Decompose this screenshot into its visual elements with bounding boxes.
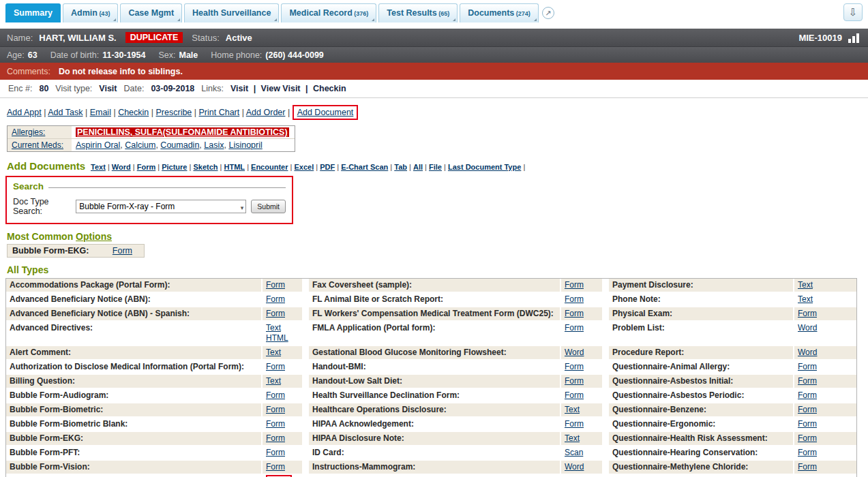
doc-type-link-form[interactable]: Form — [266, 405, 285, 415]
tab-documents[interactable]: Documents (274) — [460, 3, 539, 22]
tab-admin[interactable]: Admin (43) — [63, 3, 118, 22]
adddoc-link-encounter[interactable]: Encounter — [251, 163, 288, 171]
doc-type-link-form[interactable]: Form — [565, 362, 584, 372]
doc-type-link-text[interactable]: Text — [798, 280, 813, 290]
doc-type-link-scan[interactable]: Scan — [565, 448, 583, 458]
doc-type-name: Authorization to Disclose Medical Inform… — [6, 360, 261, 373]
med-link-lisinopril[interactable]: Lisinopril — [228, 140, 262, 150]
submit-button[interactable]: Submit — [251, 200, 286, 213]
adddoc-link-excel[interactable]: Excel — [294, 163, 314, 171]
doc-type-link-form[interactable]: Form — [266, 433, 285, 444]
doc-type-search-input[interactable] — [76, 200, 246, 213]
current-meds-link[interactable]: Current Meds: — [12, 140, 63, 150]
doc-type-link-form[interactable]: Form — [266, 294, 285, 305]
doc-type-link-form[interactable]: Form — [798, 405, 817, 415]
action-link-checkin[interactable]: Checkin — [118, 108, 149, 117]
doc-type-actions: Text — [263, 375, 302, 388]
adddoc-link-all[interactable]: All — [413, 163, 423, 171]
separator: | — [155, 163, 162, 171]
doc-type-actions: Form — [794, 389, 856, 402]
doc-type-link-text[interactable]: Text — [798, 294, 813, 305]
doc-type-link-form[interactable]: Form — [565, 419, 584, 429]
duplicate-badge[interactable]: DUPLICATE — [125, 32, 183, 43]
doc-type-link-text[interactable]: Text — [565, 433, 580, 444]
enc-link-checkin[interactable]: Checkin — [313, 84, 346, 93]
adddoc-link-html[interactable]: HTML — [224, 163, 245, 171]
doc-type-link-form[interactable]: Form — [565, 323, 584, 333]
med-link-lasix[interactable]: Lasix — [204, 140, 224, 150]
doc-type-link-form[interactable]: Form — [798, 419, 817, 429]
doc-type-link-form[interactable]: Form — [565, 390, 584, 401]
action-link-add-task[interactable]: Add Task — [48, 108, 83, 117]
enc-link-visit[interactable]: Visit — [230, 84, 248, 93]
med-link-aspirin-oral[interactable]: Aspirin Oral — [76, 140, 120, 150]
most-common-options-link[interactable]: Options — [76, 231, 112, 242]
doc-type-link-form[interactable]: Form — [565, 376, 584, 386]
doc-type-link-form[interactable]: Form — [565, 294, 584, 305]
action-link-add-document[interactable]: Add Document — [297, 108, 354, 117]
doc-type-link-form[interactable]: Form — [113, 246, 132, 256]
doc-type-link-word[interactable]: Word — [565, 462, 584, 472]
tab-test-results[interactable]: Test Results (65) — [378, 3, 458, 22]
action-link-add-order[interactable]: Add Order — [246, 108, 286, 117]
allergies-link[interactable]: Allergies: — [12, 127, 45, 137]
adddoc-link-tab[interactable]: Tab — [394, 163, 407, 171]
doc-type-link-form[interactable]: Form — [798, 362, 817, 372]
doc-type-link-form[interactable]: Form — [798, 390, 817, 401]
tab-case-mgmt[interactable]: Case Mgmt — [120, 3, 182, 22]
adddoc-link-text[interactable]: Text — [91, 163, 106, 171]
doc-type-link-text[interactable]: Text — [565, 405, 580, 415]
adddoc-link-last-document-type[interactable]: Last Document Type — [448, 163, 521, 171]
separator: | — [245, 163, 251, 171]
doc-type-link-form[interactable]: Form — [266, 390, 285, 401]
med-link-calcium[interactable]: Calcium — [125, 140, 155, 150]
tab-summary[interactable]: Summary — [5, 3, 61, 22]
adddoc-link-pdf[interactable]: PDF — [320, 163, 335, 171]
patient-demographics-bar: Age: 63 Date of birth: 11-30-1954 Sex: M… — [0, 46, 868, 63]
tab-health-surveillance[interactable]: Health Surveillance — [184, 3, 279, 22]
doc-type-link-word[interactable]: Word — [798, 348, 817, 358]
doc-type-link-form[interactable]: Form — [798, 309, 817, 319]
action-link-add-appt[interactable]: Add Appt — [7, 108, 42, 117]
dock-arrow-button[interactable]: ⇩ — [843, 3, 863, 21]
adddoc-link-e-chart-scan[interactable]: E-Chart Scan — [341, 163, 388, 171]
action-link-print-chart[interactable]: Print Chart — [199, 108, 240, 117]
adddoc-link-file[interactable]: File — [429, 163, 442, 171]
allergy-alert-link[interactable]: PENICILLINS, SULFA(SULFONAMIDE ANTIBIOTI… — [76, 127, 289, 137]
doc-type-link-html[interactable]: HTML — [266, 333, 288, 343]
doc-type-link-form[interactable]: Form — [798, 462, 817, 472]
adddoc-link-form[interactable]: Form — [137, 163, 156, 171]
doc-type-link-text[interactable]: Text — [266, 323, 281, 333]
doc-type-link-form[interactable]: Form — [798, 433, 817, 444]
adddoc-link-word[interactable]: Word — [112, 163, 131, 171]
doc-type-link-word[interactable]: Word — [565, 348, 584, 358]
doc-type-link-form[interactable]: Form — [266, 419, 285, 429]
separator: | — [83, 108, 89, 117]
doc-type-actions: Word — [561, 461, 602, 474]
doc-type-link-form[interactable]: Form — [266, 462, 285, 472]
most-common-item: Bubble Form-EKG:Form — [12, 246, 139, 256]
doc-type-link-form[interactable]: Form — [266, 448, 285, 458]
doc-type-link-form[interactable]: Form — [798, 448, 817, 458]
popout-icon[interactable]: ↗ — [542, 7, 554, 19]
adddoc-link-picture[interactable]: Picture — [162, 163, 187, 171]
doc-type-link-form[interactable]: Form — [565, 309, 584, 319]
enc-link-view-visit[interactable]: View Visit — [261, 84, 301, 93]
med-link-coumadin[interactable]: Coumadin — [160, 140, 199, 150]
chart-icon[interactable] — [848, 33, 861, 43]
doc-type-link-form[interactable]: Form — [266, 309, 285, 319]
doc-type-name: Questionnaire-Asbestos Periodic: — [609, 389, 793, 402]
adddoc-link-sketch[interactable]: Sketch — [193, 163, 218, 171]
doc-type-link-text[interactable]: Text — [266, 348, 281, 358]
doc-type-link-form[interactable]: Form — [798, 376, 817, 386]
action-link-email[interactable]: Email — [90, 108, 111, 117]
doc-type-link-text[interactable]: Text — [266, 376, 281, 386]
action-link-prescribe[interactable]: Prescribe — [156, 108, 192, 117]
doc-type-link-word[interactable]: Word — [798, 323, 817, 333]
tab-medical-record[interactable]: Medical Record (376) — [281, 3, 376, 22]
enc-links: Visit | View Visit | Checkin — [230, 84, 346, 93]
doc-type-link-form[interactable]: Form — [266, 362, 285, 372]
allergy-box: Allergies: PENICILLINS, SULFA(SULFONAMID… — [7, 125, 295, 152]
doc-type-link-form[interactable]: Form — [266, 280, 285, 290]
doc-type-link-form[interactable]: Form — [565, 280, 584, 290]
